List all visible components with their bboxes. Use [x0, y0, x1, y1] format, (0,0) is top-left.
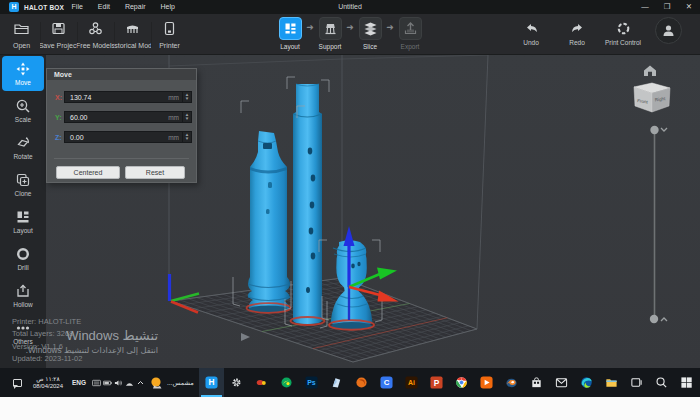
workflow-support-button[interactable]: Support: [310, 14, 350, 50]
network-icon[interactable]: [125, 379, 134, 387]
support-icon: [319, 17, 342, 40]
app-c-icon: C: [380, 376, 393, 389]
zoom-slider[interactable]: [650, 126, 667, 323]
panel-divider: [54, 158, 189, 159]
close-button[interactable]: ✕: [678, 0, 700, 14]
toolbar-button-label: Free Models: [77, 42, 114, 49]
taskbar-app-paint3d[interactable]: [324, 368, 349, 397]
historical-model-button[interactable]: Historical Model: [114, 14, 151, 55]
taskbar-app-mail[interactable]: [549, 368, 574, 397]
taskbar-app-firefox[interactable]: [349, 368, 374, 397]
save-project-button[interactable]: Save Project: [40, 14, 77, 55]
printer-icon: [161, 20, 178, 37]
redo-button[interactable]: Redo: [554, 14, 600, 55]
speaker-icon[interactable]: [114, 379, 123, 387]
taskbar-app-edge[interactable]: [574, 368, 599, 397]
spin-down-icon[interactable]: ▼: [185, 117, 189, 121]
sidebar-item-rotate[interactable]: Rotate: [0, 129, 46, 166]
zoom-slider-top-handle[interactable]: [650, 126, 658, 134]
app-search-icon: [655, 376, 668, 389]
taskbar-clock[interactable]: ١١:٢٨ ص 08/04/2024: [33, 376, 63, 390]
taskbar-app-blender[interactable]: [499, 368, 524, 397]
spinner-buttons[interactable]: ▲▼: [182, 131, 191, 143]
menu-file[interactable]: File: [64, 0, 90, 14]
user-avatar[interactable]: [655, 17, 682, 44]
taskbar-app-illustrator[interactable]: Ai: [399, 368, 424, 397]
touch-keyboard-icon[interactable]: [92, 379, 101, 387]
workflow-button-label: Support: [319, 43, 342, 50]
home-view-icon[interactable]: [644, 66, 656, 77]
chevron-up-icon[interactable]: [136, 379, 145, 387]
workflow-export-button[interactable]: Export: [390, 14, 430, 50]
workflow-button-label: Slice: [363, 43, 377, 50]
zoom-slider-bottom-handle[interactable]: [650, 315, 658, 323]
taskbar-app-media-player[interactable]: [474, 368, 499, 397]
spinner-buttons[interactable]: ▲▼: [182, 91, 191, 103]
open-button[interactable]: Open: [3, 14, 40, 55]
free-models-button[interactable]: Free Models: [77, 14, 114, 55]
app-redyellow-icon: [255, 376, 268, 389]
toolbar-button-label: Historical Model: [114, 42, 151, 49]
spin-down-icon[interactable]: ▼: [185, 137, 189, 141]
sidebar-item-scale[interactable]: Scale: [0, 92, 46, 129]
taskbar-app-search[interactable]: [649, 368, 674, 397]
menu-repair[interactable]: Repair: [117, 0, 153, 14]
app-ps-icon: Ps: [305, 376, 318, 389]
workflow-layout-button[interactable]: Layout: [270, 14, 310, 50]
workflow-slice-button[interactable]: Slice: [350, 14, 390, 50]
free-models-icon: [87, 20, 104, 37]
sidebar-item-move[interactable]: Move: [2, 56, 44, 91]
sidebar-item-label: Scale: [15, 116, 31, 123]
tool-sidebar: Move Scale Rotate Clone Layout Drill Hol…: [0, 55, 46, 368]
sidebar-item-hollow[interactable]: Hollow: [0, 277, 46, 314]
spinner-buttons[interactable]: ▲▼: [182, 111, 191, 123]
chevron-up-icon[interactable]: [661, 318, 667, 321]
menu-help[interactable]: Help: [153, 0, 182, 14]
axis-unit: mm: [168, 94, 179, 101]
viewport-3d[interactable]: Printer: HALOT-LITETotal Layers: 3268Ver…: [0, 55, 700, 368]
notification-center-icon[interactable]: [13, 379, 22, 387]
taskbar-app-task-view[interactable]: [624, 368, 649, 397]
restore-button[interactable]: ❐: [656, 0, 678, 14]
battery-icon[interactable]: [103, 379, 112, 387]
axis-label: X:: [53, 94, 64, 101]
print-control-button[interactable]: Print Control: [600, 14, 646, 55]
historical-model-icon: [124, 20, 141, 37]
printer-button[interactable]: Printer: [151, 14, 188, 55]
sidebar-item-others[interactable]: Others: [0, 314, 46, 351]
language-indicator[interactable]: ENG: [72, 379, 86, 386]
sidebar-item-clone[interactable]: Clone: [0, 166, 46, 203]
taskbar-app-file-explorer[interactable]: [599, 368, 624, 397]
sidebar-item-label: Clone: [15, 190, 32, 197]
taskbar-app-halot-box[interactable]: H: [199, 368, 224, 397]
taskbar-app-chrome[interactable]: [449, 368, 474, 397]
undo-button[interactable]: Undo: [508, 14, 554, 55]
reset-button[interactable]: Reset: [125, 166, 185, 179]
weather-widget[interactable]: مشمس...: [150, 368, 194, 397]
spin-down-icon[interactable]: ▼: [185, 97, 189, 101]
taskbar-app-powerpoint[interactable]: P: [424, 368, 449, 397]
chevron-down-icon[interactable]: [661, 128, 667, 131]
taskbar-app-bluestacks[interactable]: [274, 368, 299, 397]
model-recorder-body[interactable]: [293, 84, 322, 324]
centered-button[interactable]: Centered: [56, 166, 120, 179]
axis-input-y[interactable]: 60.00 mm ▲▼: [64, 111, 192, 123]
axis-input-z[interactable]: 0.00 mm ▲▼: [64, 131, 192, 143]
view-cube[interactable]: Front Right: [634, 83, 670, 112]
taskbar-app-settings[interactable]: [224, 368, 249, 397]
app-3d-icon: [330, 376, 343, 389]
taskbar-app-photoshop[interactable]: Ps: [299, 368, 324, 397]
app-gear-icon: [230, 376, 243, 389]
taskbar-app-utility[interactable]: [249, 368, 274, 397]
taskbar-app-start[interactable]: [674, 368, 699, 397]
menu-edit[interactable]: Edit: [90, 0, 117, 14]
axis-row-y: Y: 60.00 mm ▲▼: [53, 111, 192, 123]
axis-input-x[interactable]: 130.74 mm ▲▼: [64, 91, 192, 103]
app-ppt-icon: P: [430, 376, 443, 389]
taskbar-app-ms-store[interactable]: [524, 368, 549, 397]
sidebar-item-layout[interactable]: Layout: [0, 203, 46, 240]
taskbar-app-capcut[interactable]: C: [374, 368, 399, 397]
minimize-button[interactable]: —: [634, 0, 656, 14]
sidebar-item-drill[interactable]: Drill: [0, 240, 46, 277]
weather-text: مشمس...: [167, 379, 194, 387]
